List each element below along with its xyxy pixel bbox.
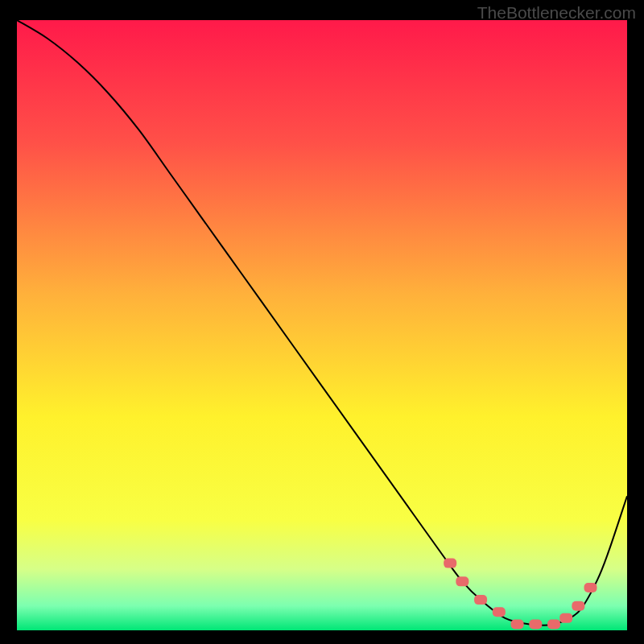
sweet-spot-marker: [559, 613, 572, 623]
sweet-spot-marker: [493, 607, 506, 617]
sweet-spot-marker: [444, 559, 456, 568]
watermark-text: TheBottlenecker.com: [477, 3, 636, 23]
sweet-spot-marker: [456, 576, 469, 586]
sweet-spot-marker: [511, 619, 524, 629]
sweet-spot-marker: [474, 595, 487, 605]
chart-background: [17, 20, 627, 630]
sweet-spot-marker: [547, 619, 560, 629]
sweet-spot-marker: [572, 601, 584, 611]
sweet-spot-marker: [584, 583, 597, 592]
bottleneck-chart: [17, 20, 627, 630]
sweet-spot-marker: [529, 619, 542, 629]
